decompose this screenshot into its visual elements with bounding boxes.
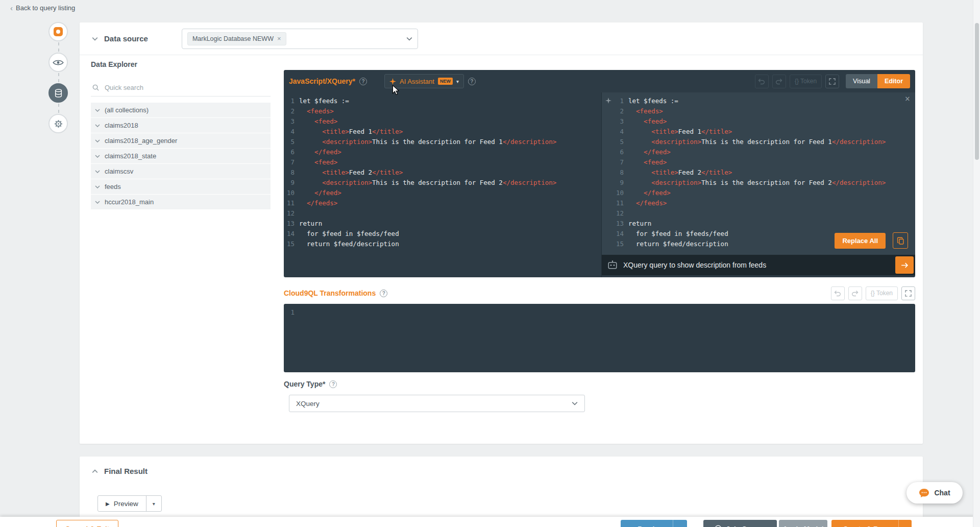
help-icon[interactable]: ? [359, 78, 367, 85]
query-type-label: Query Type* [284, 380, 325, 388]
eye-icon [53, 59, 64, 66]
cloud9ql-title: Cloud9QL Transformations [284, 289, 376, 297]
quick-search[interactable] [91, 82, 271, 97]
cloud9ql-header: Cloud9QL Transformations ? {} Token [284, 285, 915, 301]
collection-item[interactable]: claims2018_age_gender [91, 133, 271, 148]
help-icon[interactable]: ? [380, 290, 387, 297]
play-icon: ▶ [106, 501, 110, 507]
apply-model-button[interactable]: Apply Model [779, 520, 827, 527]
code-line: 8 <title>Feed 2</title> [613, 167, 915, 178]
help-icon[interactable]: ? [329, 380, 337, 388]
data-source-select[interactable]: MarkLogic Database NEWW × [182, 29, 418, 49]
fullscreen-button[interactable] [901, 286, 915, 300]
ai-suggestion-icon [605, 98, 611, 104]
code-line: 9 <description>This is the description f… [284, 178, 601, 188]
join-source-button[interactable]: Join Source [703, 520, 777, 527]
help-icon[interactable]: ? [468, 78, 476, 85]
step-preview-icon[interactable] [48, 53, 68, 72]
create-run-button[interactable]: Create & Run [831, 520, 898, 527]
code-line: 15 return $feed/description [284, 239, 601, 249]
ai-prompt-submit-button[interactable] [895, 256, 914, 274]
page-scrollbar[interactable] [973, 0, 980, 527]
chevron-up-icon[interactable] [92, 469, 98, 473]
code-line: 3 <feed> [284, 116, 601, 127]
code-line: 11 </feeds> [613, 198, 915, 208]
cancel-exit-button[interactable]: Cancel & Exit [56, 520, 118, 527]
preview-menu-caret[interactable]: ▴ [673, 520, 687, 527]
editor-tab[interactable]: Editor [877, 74, 910, 88]
new-badge: NEW [438, 78, 453, 85]
arrow-right-icon [901, 262, 909, 269]
code-line: 11 </feeds> [284, 198, 601, 208]
database-icon [55, 89, 62, 98]
code-line: 5 <description>This is the description f… [613, 137, 915, 147]
sparkle-icon [389, 78, 396, 85]
chevron-down-icon [95, 124, 100, 127]
code-pane-left[interactable]: 1let $feeds :=2 <feeds>3 <feed>4 <title>… [284, 92, 601, 277]
chevron-down-icon [95, 201, 100, 204]
ai-assistant-button[interactable]: AI Assistant NEW ▾ [384, 74, 464, 88]
collection-label: claims2018 [105, 122, 138, 129]
ai-prompt-text[interactable]: XQuery query to show description from fe… [623, 260, 766, 270]
quick-search-input[interactable] [105, 84, 270, 91]
datasource-logo-icon [54, 27, 63, 36]
back-chevron-icon: ‹ [10, 4, 13, 12]
join-source-label: Join Source [726, 525, 765, 527]
code-line: 10 </feed> [613, 188, 915, 198]
token-button[interactable]: {} Token [790, 75, 822, 88]
final-result-preview-button[interactable]: ▶ Preview ▾ [97, 495, 162, 512]
ai-prompt-bar[interactable]: XQuery query to show description from fe… [602, 255, 915, 275]
step-settings-icon[interactable] [48, 114, 68, 133]
create-run-menu-caret[interactable]: ▴ [898, 520, 912, 527]
collection-label: claimscsv [105, 167, 133, 175]
redo-icon [851, 290, 859, 297]
code-line: 9 <description>This is the description f… [613, 178, 915, 188]
remove-tag-icon[interactable]: × [277, 35, 281, 42]
step-datasource-icon[interactable] [48, 22, 68, 41]
expand-icon [829, 78, 836, 85]
chat-button[interactable]: Chat [906, 482, 963, 504]
code-line: 4 <title>Feed 1</title> [284, 127, 601, 137]
chevron-down-icon [95, 170, 100, 173]
chevron-down-icon[interactable] [92, 37, 98, 41]
collection-item[interactable]: claims2018 [91, 118, 271, 133]
preview-button[interactable]: ▶ Preview [621, 520, 673, 527]
line-number: 1 [284, 307, 299, 318]
query-type-select[interactable]: XQuery [289, 395, 585, 412]
collection-label: (all collections) [105, 106, 149, 114]
redo-button[interactable] [772, 75, 786, 88]
code-pane-right: × 1let $feeds :=2 <feeds>3 <feed>4 <titl… [602, 92, 915, 255]
scrollbar-thumb[interactable] [975, 23, 979, 160]
collection-item[interactable]: (all collections) [91, 103, 271, 117]
step-query-icon[interactable] [48, 83, 68, 103]
editor-header: JavaScript/XQuery* ? AI Assistant NEW ▾ … [284, 70, 915, 92]
close-icon[interactable]: × [905, 93, 910, 104]
token-button[interactable]: {} Token [866, 286, 898, 300]
collection-label: claims2018_age_gender [105, 137, 177, 145]
undo-button[interactable] [831, 286, 845, 300]
code-line: 7 <feed> [613, 157, 915, 167]
preview-dropdown-caret[interactable]: ▾ [146, 496, 161, 511]
robot-icon [607, 260, 618, 270]
data-source-section: Data source MarkLogic Database NEWW × [80, 22, 923, 55]
collection-item[interactable]: claims2018_state [91, 149, 271, 163]
fullscreen-button[interactable] [825, 75, 839, 88]
code-line: 14 for $feed in $feeds/feed [284, 229, 601, 239]
undo-icon [834, 290, 841, 297]
collection-item[interactable]: hccur2018_main [91, 195, 271, 209]
code-line: 7 <feed> [284, 157, 601, 167]
expand-icon [905, 290, 912, 297]
copy-icon [897, 237, 904, 245]
copy-button[interactable] [893, 232, 908, 249]
collection-item[interactable]: claimscsv [91, 164, 271, 179]
collection-item[interactable]: feeds [91, 179, 271, 194]
workflow-rail [48, 22, 69, 133]
undo-button[interactable] [755, 75, 769, 88]
back-to-query-listing-link[interactable]: ‹ Back to query listing [10, 4, 75, 12]
visual-tab[interactable]: Visual [846, 74, 877, 88]
cloud9ql-editor[interactable]: 1 [284, 304, 915, 372]
replace-all-button[interactable]: Replace All [835, 233, 886, 249]
redo-button[interactable] [848, 286, 862, 300]
editor-title: JavaScript/XQuery* [289, 77, 355, 85]
query-builder-card: Data source MarkLogic Database NEWW × Da… [80, 22, 923, 444]
